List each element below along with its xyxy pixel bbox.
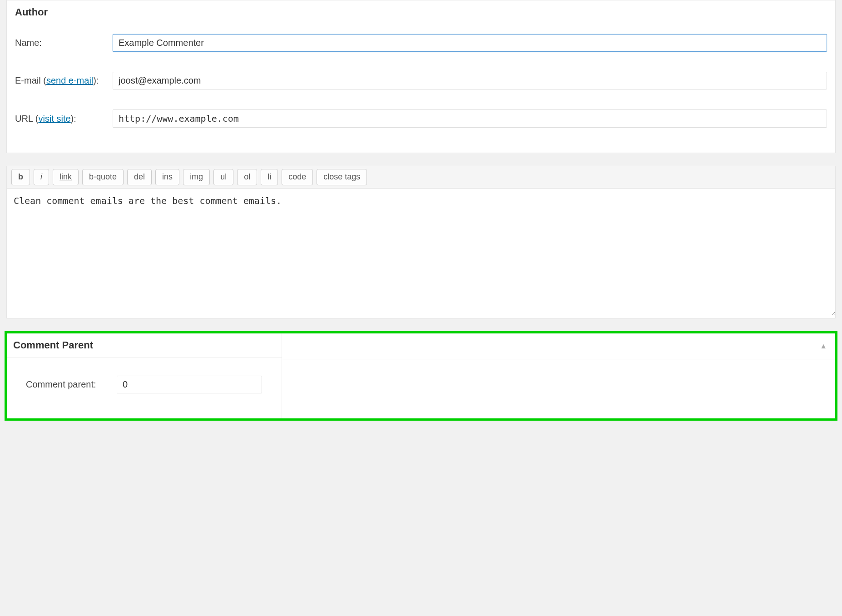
comment-parent-body: Comment parent: [7, 358, 282, 418]
comment-parent-highlight: Comment Parent Comment parent: ▲ [5, 331, 837, 421]
comment-content-textarea[interactable] [7, 189, 835, 316]
author-panel: Author Name: E-mail (send e-mail): URL (… [6, 0, 836, 153]
qt-ul-button[interactable]: ul [213, 169, 233, 185]
qt-link-button[interactable]: link [53, 169, 79, 185]
author-email-input[interactable] [113, 72, 827, 89]
comment-parent-label: Comment parent: [26, 379, 117, 390]
author-name-row: Name: [7, 24, 835, 62]
qt-bold-button[interactable]: b [11, 169, 30, 185]
qt-del-button[interactable]: del [127, 169, 152, 185]
comment-parent-title: Comment Parent [7, 333, 282, 358]
author-name-input[interactable] [113, 34, 827, 52]
qt-code-button[interactable]: code [282, 169, 313, 185]
qt-bquote-button[interactable]: b-quote [82, 169, 124, 185]
author-url-label: URL (visit site): [15, 114, 113, 124]
qt-ol-button[interactable]: ol [237, 169, 257, 185]
author-email-row: E-mail (send e-mail): [7, 62, 835, 99]
comment-parent-input[interactable] [117, 376, 262, 393]
quicktags-toolbar: b i link b-quote del ins img ul ol li co… [7, 166, 835, 189]
panel-toggle-icon[interactable]: ▲ [820, 342, 827, 350]
qt-italic-button[interactable]: i [34, 169, 49, 185]
author-url-input[interactable] [113, 109, 827, 128]
comment-parent-right: ▲ [282, 333, 835, 418]
comment-editor: b i link b-quote del ins img ul ol li co… [6, 166, 836, 318]
qt-li-button[interactable]: li [261, 169, 278, 185]
comment-parent-panel: Comment Parent Comment parent: [7, 333, 282, 418]
author-panel-title: Author [7, 0, 835, 24]
visit-site-link[interactable]: visit site [38, 114, 70, 124]
send-email-link[interactable]: send e-mail [46, 75, 93, 85]
author-url-row: URL (visit site): [7, 99, 835, 153]
author-name-label: Name: [15, 38, 113, 48]
qt-img-button[interactable]: img [183, 169, 210, 185]
qt-close-button[interactable]: close tags [317, 169, 367, 185]
author-email-label: E-mail (send e-mail): [15, 75, 113, 86]
qt-ins-button[interactable]: ins [155, 169, 179, 185]
